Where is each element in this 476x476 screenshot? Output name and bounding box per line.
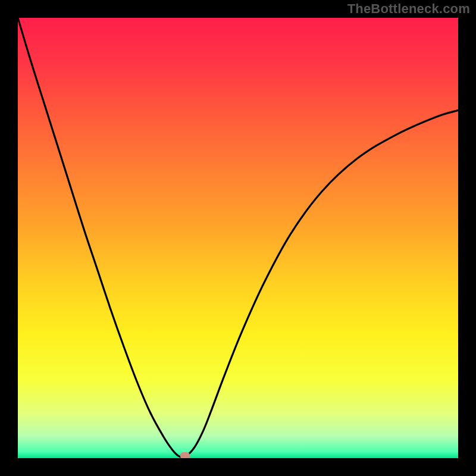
plot-area — [18, 18, 458, 458]
gradient-background — [18, 18, 458, 458]
minimum-marker — [180, 452, 190, 458]
chart-svg — [18, 18, 458, 458]
watermark-text: TheBottleneck.com — [347, 1, 470, 17]
chart-frame: TheBottleneck.com — [0, 0, 476, 476]
